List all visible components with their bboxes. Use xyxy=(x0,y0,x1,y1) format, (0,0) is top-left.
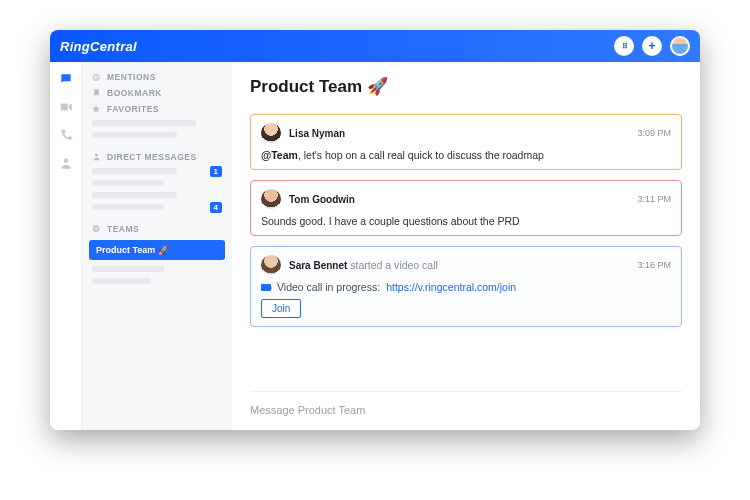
message-item[interactable]: Lisa Nyman 3:09 PM @Team, let's hop on a… xyxy=(250,114,682,170)
nav-video-icon[interactable] xyxy=(59,100,73,114)
message-time: 3:09 PM xyxy=(637,128,671,138)
channel-title: Product Team 🚀 xyxy=(250,62,682,108)
dialpad-button[interactable]: ⠿ xyxy=(614,36,634,56)
nav-phone-icon[interactable] xyxy=(59,128,73,142)
sidebar-team-label: Product Team 🚀 xyxy=(96,245,169,255)
video-call-link[interactable]: https://v.ringcentral.com/join xyxy=(386,281,516,293)
svg-point-0 xyxy=(63,158,68,163)
at-icon: @ xyxy=(92,72,102,82)
unread-badge: 1 xyxy=(210,166,222,177)
message-body: @Team, let's hop on a call real quick to… xyxy=(261,149,671,161)
sidebar-favorites[interactable]: ★ FAVORITES xyxy=(92,104,222,114)
join-button[interactable]: Join xyxy=(261,299,301,318)
star-icon: ★ xyxy=(92,104,102,114)
sidebar-bookmark[interactable]: BOOKMARK xyxy=(92,88,222,98)
message-time: 3:11 PM xyxy=(637,194,671,204)
video-call-text: Video call in progress: xyxy=(277,281,380,293)
sidebar-placeholder xyxy=(92,204,164,210)
nav-contacts-icon[interactable] xyxy=(59,156,73,170)
avatar xyxy=(261,189,281,209)
message-body: Sounds good. I have a couple questions a… xyxy=(261,215,671,227)
composer-placeholder: Message Product Team xyxy=(250,404,365,416)
brand-logo: RingCentral xyxy=(60,39,137,54)
sidebar-teams-label: TEAMS xyxy=(107,224,139,234)
svg-point-1 xyxy=(95,154,98,157)
nav-rail xyxy=(50,62,82,430)
sidebar-team-product[interactable]: Product Team 🚀 xyxy=(89,240,225,260)
avatar xyxy=(261,123,281,143)
team-item[interactable] xyxy=(92,266,164,272)
message-action-suffix: started a video call xyxy=(347,259,437,271)
message-list: Lisa Nyman 3:09 PM @Team, let's hop on a… xyxy=(250,108,682,391)
message-author: Tom Goodwin xyxy=(289,194,355,205)
dm-item[interactable] xyxy=(92,192,177,198)
message-time: 3:16 PM xyxy=(637,260,671,270)
dialpad-icon: ⠿ xyxy=(622,42,627,51)
gear-icon: ⚙ xyxy=(92,224,102,234)
message-text: , let's hop on a call real quick to disc… xyxy=(298,149,544,161)
person-icon xyxy=(92,152,102,162)
add-button[interactable]: + xyxy=(642,36,662,56)
sidebar-placeholder xyxy=(92,168,177,174)
dm-item[interactable] xyxy=(92,180,164,186)
dm-item[interactable]: 4 xyxy=(92,204,222,210)
content-area: Product Team 🚀 Lisa Nyman 3:09 PM @Team,… xyxy=(232,62,700,430)
sidebar-placeholder xyxy=(92,120,196,126)
sidebar-favorites-label: FAVORITES xyxy=(107,104,159,114)
dm-item[interactable]: 1 xyxy=(92,168,222,174)
nav-chat-icon[interactable] xyxy=(59,72,73,86)
sidebar-bookmark-label: BOOKMARK xyxy=(107,88,162,98)
video-icon xyxy=(261,284,271,291)
mention[interactable]: @Team xyxy=(261,149,298,161)
message-item[interactable]: Sara Bennet started a video call 3:16 PM… xyxy=(250,246,682,327)
current-user-avatar[interactable] xyxy=(670,36,690,56)
team-item[interactable] xyxy=(92,278,151,284)
message-author: Lisa Nyman xyxy=(289,128,345,139)
message-composer[interactable]: Message Product Team xyxy=(250,391,682,430)
bookmark-icon xyxy=(92,88,102,98)
topbar: RingCentral ⠿ + xyxy=(50,30,700,62)
sidebar-mentions[interactable]: @ MENTIONS xyxy=(92,72,222,82)
sidebar-placeholder xyxy=(92,132,177,138)
app-window: RingCentral ⠿ + xyxy=(50,30,700,430)
message-item[interactable]: Tom Goodwin 3:11 PM Sounds good. I have … xyxy=(250,180,682,236)
sidebar: @ MENTIONS BOOKMARK ★ FAVORITES xyxy=(82,62,232,430)
sidebar-teams-header[interactable]: ⚙ TEAMS xyxy=(92,224,222,234)
sidebar-dm-header[interactable]: DIRECT MESSAGES xyxy=(92,152,222,162)
avatar xyxy=(261,255,281,275)
sidebar-mentions-label: MENTIONS xyxy=(107,72,156,82)
plus-icon: + xyxy=(648,39,655,53)
sidebar-dm-label: DIRECT MESSAGES xyxy=(107,152,197,162)
unread-badge: 4 xyxy=(210,202,222,213)
message-author: Sara Bennet xyxy=(289,260,347,271)
video-call-line: Video call in progress: https://v.ringce… xyxy=(261,281,671,293)
